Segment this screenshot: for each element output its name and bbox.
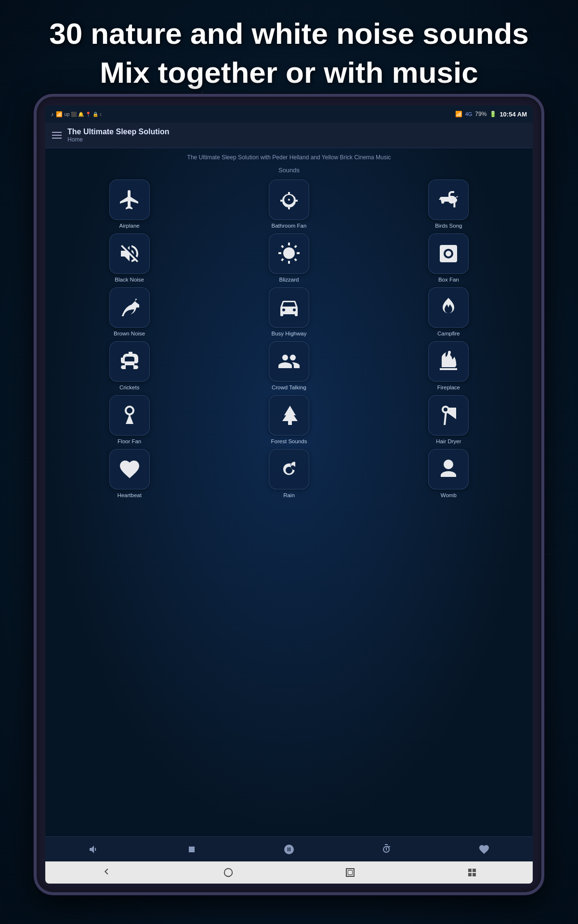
status-right: 📶 4G 79% 🔋 10:54 AM: [455, 111, 527, 118]
sound-label-birds-song: Birds Song: [435, 223, 462, 229]
top-line2: Mix together or with music: [100, 56, 478, 89]
floor-fan-icon: [118, 404, 141, 427]
fan-icon: [277, 188, 301, 211]
signal-label: 4G: [465, 111, 473, 117]
promo-text: The Ultimate Sleep Solution with Peder H…: [52, 153, 526, 162]
stop-button[interactable]: [181, 839, 202, 860]
sound-icon-fireplace[interactable]: [428, 341, 469, 382]
sound-item-hair-dryer[interactable]: Hair Dryer: [371, 395, 526, 444]
sound-label-box-fan: Box Fan: [438, 277, 459, 282]
app-title: The Ultimate Sleep Solution: [67, 128, 170, 136]
sound-item-box-fan[interactable]: Box Fan: [371, 233, 526, 282]
sound-item-rain[interactable]: Rain: [211, 449, 366, 498]
sound-icon-crickets[interactable]: [109, 341, 150, 382]
sound-item-birds-song[interactable]: Birds Song: [371, 180, 526, 229]
sound-item-crickets[interactable]: Crickets: [52, 341, 207, 390]
sound-icon-bathroom-fan[interactable]: [269, 180, 309, 220]
app-header: The Ultimate Sleep Solution Home: [45, 123, 533, 148]
sound-icon-blizzard[interactable]: [269, 233, 309, 274]
sound-icon-campfire[interactable]: [428, 287, 469, 328]
sound-label-brown-noise: Brown Noise: [114, 331, 145, 336]
sound-icon-black-noise[interactable]: [109, 233, 150, 274]
back-button[interactable]: [94, 864, 118, 881]
recent-icon: [346, 868, 355, 877]
sound-icon-box-fan[interactable]: [428, 233, 469, 274]
sound-label-crickets: Crickets: [119, 385, 140, 390]
content-area[interactable]: The Ultimate Sleep Solution with Peder H…: [45, 148, 533, 836]
sound-icon-birds-song[interactable]: [428, 180, 469, 220]
stop-icon: [186, 844, 197, 855]
airplane-icon: [118, 188, 141, 211]
sound-label-bathroom-fan: Bathroom Fan: [272, 223, 307, 229]
back-icon: [101, 866, 112, 879]
sound-icon-hair-dryer[interactable]: [428, 395, 469, 436]
brown-noise-icon: [118, 296, 141, 319]
sound-label-heartbeat: Heartbeat: [117, 492, 142, 498]
sound-item-campfire[interactable]: Campfire: [371, 287, 526, 336]
status-bar: ♪ 📶 up ⬛ 🔔 📍 🔒 ↕ 📶 4G 79% 🔋 10:54 AM: [45, 105, 533, 123]
wifi-icon: 📶: [455, 111, 462, 117]
womb-icon: [437, 458, 460, 481]
bottom-bar: [45, 836, 533, 861]
home-button[interactable]: [216, 864, 240, 881]
sound-icon-rain[interactable]: [269, 449, 309, 489]
tablet: ♪ 📶 up ⬛ 🔔 📍 🔒 ↕ 📶 4G 79% 🔋 10:54 AM The…: [34, 94, 544, 895]
sound-icon-brown-noise[interactable]: [109, 287, 150, 328]
sound-item-heartbeat[interactable]: Heartbeat: [52, 449, 207, 498]
sound-icon-busy-highway[interactable]: [269, 287, 309, 328]
volume-button[interactable]: [83, 839, 105, 860]
sound-label-floor-fan: Floor Fan: [118, 438, 141, 444]
box-fan-icon: [437, 242, 460, 265]
fireplace-icon: [437, 350, 460, 373]
sound-item-airplane[interactable]: Airplane: [52, 180, 207, 229]
sound-label-rain: Rain: [283, 492, 295, 498]
sound-item-bathroom-fan[interactable]: Bathroom Fan: [211, 180, 366, 229]
sound-icon-forest-sounds[interactable]: [269, 395, 309, 436]
sound-item-brown-noise[interactable]: Brown Noise: [52, 287, 207, 336]
sound-item-busy-highway[interactable]: Busy Highway: [211, 287, 366, 336]
sound-label-forest-sounds: Forest Sounds: [271, 438, 307, 444]
campfire-icon: [437, 296, 460, 319]
recent-button[interactable]: [338, 864, 362, 881]
sound-item-womb[interactable]: Womb: [371, 449, 526, 498]
sound-label-crowd-talking: Crowd Talking: [272, 385, 306, 390]
nav-bar: [45, 861, 533, 884]
sounds-grid: Airplane Bathroom Fan Bird: [52, 180, 526, 498]
crowd-icon: [277, 350, 301, 373]
battery-icon: 🔋: [489, 111, 497, 117]
svg-rect-1: [348, 870, 352, 874]
svg-point-0: [224, 869, 232, 877]
sound-icon-floor-fan[interactable]: [109, 395, 150, 436]
sounds-header: Sounds: [52, 167, 526, 174]
timer-button[interactable]: [376, 839, 397, 860]
sound-icon-womb[interactable]: [428, 449, 469, 489]
crickets-icon: [118, 350, 141, 373]
sound-label-hair-dryer: Hair Dryer: [436, 438, 461, 444]
hair-dryer-icon: [437, 404, 460, 427]
heartbeat-icon: [118, 458, 141, 481]
home-icon: [223, 867, 234, 878]
notification-icons: up ⬛ 🔔 📍 🔒 ↕: [65, 112, 102, 117]
status-left: ♪ 📶 up ⬛ 🔔 📍 🔒 ↕: [51, 111, 102, 117]
sound-item-blizzard[interactable]: Blizzard: [211, 233, 366, 282]
sound-icon-crowd-talking[interactable]: [269, 341, 309, 382]
hamburger-menu[interactable]: [52, 132, 62, 139]
sound-item-forest-sounds[interactable]: Forest Sounds: [211, 395, 366, 444]
sound-item-fireplace[interactable]: Fireplace: [371, 341, 526, 390]
sound-item-crowd-talking[interactable]: Crowd Talking: [211, 341, 366, 390]
battery-label: 79%: [475, 111, 486, 117]
top-text: 30 nature and white noise sounds Mix tog…: [0, 14, 578, 92]
sound-label-black-noise: Black Noise: [115, 277, 144, 282]
sound-icon-airplane[interactable]: [109, 180, 150, 220]
sound-item-black-noise[interactable]: Black Noise: [52, 233, 207, 282]
blizzard-icon: [277, 242, 301, 265]
sound-label-blizzard: Blizzard: [279, 277, 299, 282]
sound-icon-heartbeat[interactable]: [109, 449, 150, 489]
timer-icon: [381, 844, 392, 855]
screen: ♪ 📶 up ⬛ 🔔 📍 🔒 ↕ 📶 4G 79% 🔋 10:54 AM The…: [45, 105, 533, 884]
favorites-button[interactable]: [473, 839, 495, 860]
pause-button[interactable]: [278, 839, 300, 860]
apps-button[interactable]: [460, 864, 484, 881]
time-display: 10:54 AM: [499, 111, 527, 118]
sound-item-floor-fan[interactable]: Floor Fan: [52, 395, 207, 444]
